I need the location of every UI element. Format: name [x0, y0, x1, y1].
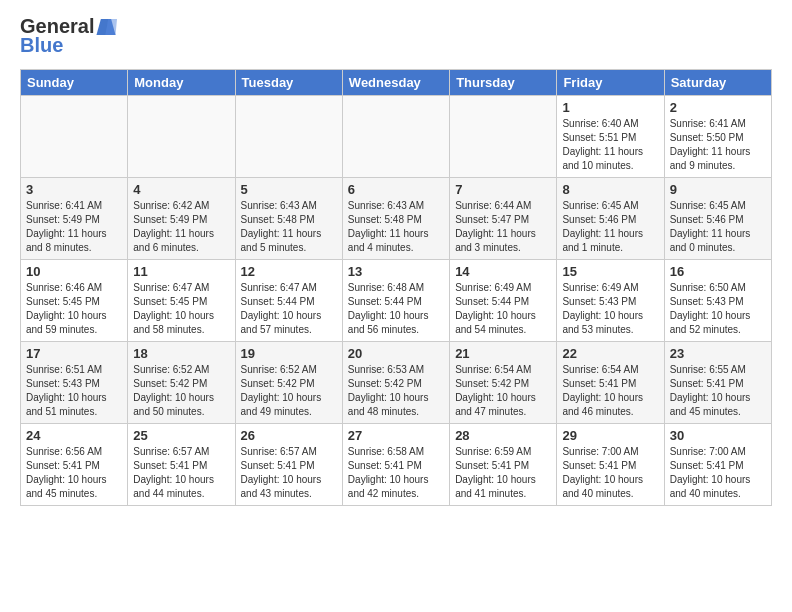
day-info: Sunrise: 6:49 AM Sunset: 5:44 PM Dayligh… [455, 281, 551, 337]
calendar-table: SundayMondayTuesdayWednesdayThursdayFrid… [20, 69, 772, 506]
day-info: Sunrise: 6:45 AM Sunset: 5:46 PM Dayligh… [670, 199, 766, 255]
page-header: General Blue [20, 15, 772, 57]
day-number: 18 [133, 346, 229, 361]
calendar-cell: 6 Sunrise: 6:43 AM Sunset: 5:48 PM Dayli… [342, 178, 449, 260]
day-info: Sunrise: 7:00 AM Sunset: 5:41 PM Dayligh… [562, 445, 658, 501]
calendar-cell: 20 Sunrise: 6:53 AM Sunset: 5:42 PM Dayl… [342, 342, 449, 424]
day-info: Sunrise: 6:45 AM Sunset: 5:46 PM Dayligh… [562, 199, 658, 255]
calendar-cell: 16 Sunrise: 6:50 AM Sunset: 5:43 PM Dayl… [664, 260, 771, 342]
day-info: Sunrise: 6:57 AM Sunset: 5:41 PM Dayligh… [133, 445, 229, 501]
day-number: 22 [562, 346, 658, 361]
day-info: Sunrise: 6:58 AM Sunset: 5:41 PM Dayligh… [348, 445, 444, 501]
day-info: Sunrise: 6:50 AM Sunset: 5:43 PM Dayligh… [670, 281, 766, 337]
header-row: SundayMondayTuesdayWednesdayThursdayFrid… [21, 70, 772, 96]
day-number: 14 [455, 264, 551, 279]
calendar-cell: 24 Sunrise: 6:56 AM Sunset: 5:41 PM Dayl… [21, 424, 128, 506]
logo-blue-text: Blue [20, 34, 117, 57]
day-number: 24 [26, 428, 122, 443]
calendar-cell: 15 Sunrise: 6:49 AM Sunset: 5:43 PM Dayl… [557, 260, 664, 342]
week-row-5: 24 Sunrise: 6:56 AM Sunset: 5:41 PM Dayl… [21, 424, 772, 506]
calendar-cell: 22 Sunrise: 6:54 AM Sunset: 5:41 PM Dayl… [557, 342, 664, 424]
calendar-cell: 2 Sunrise: 6:41 AM Sunset: 5:50 PM Dayli… [664, 96, 771, 178]
logo: General Blue [20, 15, 117, 57]
day-info: Sunrise: 6:54 AM Sunset: 5:41 PM Dayligh… [562, 363, 658, 419]
day-number: 13 [348, 264, 444, 279]
column-header-tuesday: Tuesday [235, 70, 342, 96]
day-number: 1 [562, 100, 658, 115]
calendar-cell: 5 Sunrise: 6:43 AM Sunset: 5:48 PM Dayli… [235, 178, 342, 260]
calendar-cell: 17 Sunrise: 6:51 AM Sunset: 5:43 PM Dayl… [21, 342, 128, 424]
day-number: 11 [133, 264, 229, 279]
day-number: 8 [562, 182, 658, 197]
calendar-cell: 30 Sunrise: 7:00 AM Sunset: 5:41 PM Dayl… [664, 424, 771, 506]
calendar-cell [128, 96, 235, 178]
day-info: Sunrise: 6:53 AM Sunset: 5:42 PM Dayligh… [348, 363, 444, 419]
day-info: Sunrise: 6:49 AM Sunset: 5:43 PM Dayligh… [562, 281, 658, 337]
day-info: Sunrise: 6:55 AM Sunset: 5:41 PM Dayligh… [670, 363, 766, 419]
calendar-cell [235, 96, 342, 178]
day-number: 17 [26, 346, 122, 361]
calendar-cell: 28 Sunrise: 6:59 AM Sunset: 5:41 PM Dayl… [450, 424, 557, 506]
calendar-cell: 7 Sunrise: 6:44 AM Sunset: 5:47 PM Dayli… [450, 178, 557, 260]
calendar-page: General Blue SundayMondayTuesdayWednesda… [0, 0, 792, 612]
calendar-cell: 4 Sunrise: 6:42 AM Sunset: 5:49 PM Dayli… [128, 178, 235, 260]
day-info: Sunrise: 6:41 AM Sunset: 5:50 PM Dayligh… [670, 117, 766, 173]
day-info: Sunrise: 6:43 AM Sunset: 5:48 PM Dayligh… [348, 199, 444, 255]
calendar-cell: 25 Sunrise: 6:57 AM Sunset: 5:41 PM Dayl… [128, 424, 235, 506]
day-number: 3 [26, 182, 122, 197]
day-number: 12 [241, 264, 337, 279]
day-info: Sunrise: 6:43 AM Sunset: 5:48 PM Dayligh… [241, 199, 337, 255]
calendar-cell: 26 Sunrise: 6:57 AM Sunset: 5:41 PM Dayl… [235, 424, 342, 506]
calendar-cell: 29 Sunrise: 7:00 AM Sunset: 5:41 PM Dayl… [557, 424, 664, 506]
day-info: Sunrise: 6:54 AM Sunset: 5:42 PM Dayligh… [455, 363, 551, 419]
week-row-4: 17 Sunrise: 6:51 AM Sunset: 5:43 PM Dayl… [21, 342, 772, 424]
day-info: Sunrise: 6:47 AM Sunset: 5:44 PM Dayligh… [241, 281, 337, 337]
column-header-thursday: Thursday [450, 70, 557, 96]
day-info: Sunrise: 6:46 AM Sunset: 5:45 PM Dayligh… [26, 281, 122, 337]
day-number: 23 [670, 346, 766, 361]
day-number: 25 [133, 428, 229, 443]
calendar-cell: 3 Sunrise: 6:41 AM Sunset: 5:49 PM Dayli… [21, 178, 128, 260]
calendar-cell: 27 Sunrise: 6:58 AM Sunset: 5:41 PM Dayl… [342, 424, 449, 506]
column-header-wednesday: Wednesday [342, 70, 449, 96]
column-header-monday: Monday [128, 70, 235, 96]
day-number: 5 [241, 182, 337, 197]
day-number: 10 [26, 264, 122, 279]
calendar-cell: 14 Sunrise: 6:49 AM Sunset: 5:44 PM Dayl… [450, 260, 557, 342]
calendar-cell: 10 Sunrise: 6:46 AM Sunset: 5:45 PM Dayl… [21, 260, 128, 342]
day-info: Sunrise: 6:59 AM Sunset: 5:41 PM Dayligh… [455, 445, 551, 501]
day-number: 9 [670, 182, 766, 197]
week-row-2: 3 Sunrise: 6:41 AM Sunset: 5:49 PM Dayli… [21, 178, 772, 260]
day-number: 6 [348, 182, 444, 197]
day-info: Sunrise: 6:56 AM Sunset: 5:41 PM Dayligh… [26, 445, 122, 501]
day-info: Sunrise: 6:57 AM Sunset: 5:41 PM Dayligh… [241, 445, 337, 501]
week-row-1: 1 Sunrise: 6:40 AM Sunset: 5:51 PM Dayli… [21, 96, 772, 178]
day-info: Sunrise: 6:52 AM Sunset: 5:42 PM Dayligh… [241, 363, 337, 419]
calendar-cell: 23 Sunrise: 6:55 AM Sunset: 5:41 PM Dayl… [664, 342, 771, 424]
day-info: Sunrise: 6:52 AM Sunset: 5:42 PM Dayligh… [133, 363, 229, 419]
calendar-cell [450, 96, 557, 178]
calendar-cell: 18 Sunrise: 6:52 AM Sunset: 5:42 PM Dayl… [128, 342, 235, 424]
day-number: 28 [455, 428, 551, 443]
day-info: Sunrise: 6:48 AM Sunset: 5:44 PM Dayligh… [348, 281, 444, 337]
calendar-cell: 19 Sunrise: 6:52 AM Sunset: 5:42 PM Dayl… [235, 342, 342, 424]
day-number: 21 [455, 346, 551, 361]
calendar-cell [21, 96, 128, 178]
week-row-3: 10 Sunrise: 6:46 AM Sunset: 5:45 PM Dayl… [21, 260, 772, 342]
calendar-cell: 21 Sunrise: 6:54 AM Sunset: 5:42 PM Dayl… [450, 342, 557, 424]
calendar-cell [342, 96, 449, 178]
column-header-saturday: Saturday [664, 70, 771, 96]
day-number: 20 [348, 346, 444, 361]
column-header-friday: Friday [557, 70, 664, 96]
day-info: Sunrise: 6:44 AM Sunset: 5:47 PM Dayligh… [455, 199, 551, 255]
calendar-cell: 11 Sunrise: 6:47 AM Sunset: 5:45 PM Dayl… [128, 260, 235, 342]
day-number: 2 [670, 100, 766, 115]
day-info: Sunrise: 7:00 AM Sunset: 5:41 PM Dayligh… [670, 445, 766, 501]
day-number: 29 [562, 428, 658, 443]
day-number: 15 [562, 264, 658, 279]
day-number: 4 [133, 182, 229, 197]
day-number: 16 [670, 264, 766, 279]
day-number: 26 [241, 428, 337, 443]
day-number: 27 [348, 428, 444, 443]
calendar-cell: 1 Sunrise: 6:40 AM Sunset: 5:51 PM Dayli… [557, 96, 664, 178]
